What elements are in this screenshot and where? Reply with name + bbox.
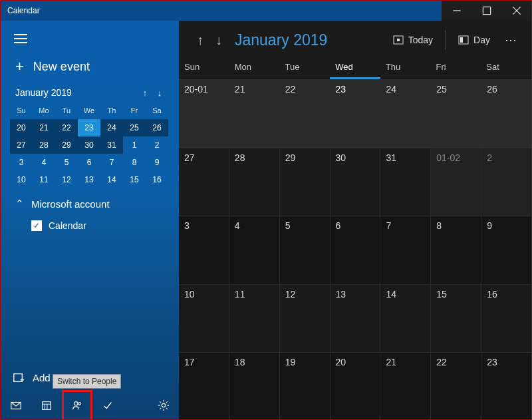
mini-cal-day[interactable]: 25 bbox=[123, 119, 146, 136]
grid-cell[interactable]: 29 bbox=[280, 148, 331, 216]
mini-cal-day[interactable]: 9 bbox=[146, 154, 168, 171]
mini-cal-prev-icon[interactable]: ↑ bbox=[138, 88, 152, 98]
grid-cell[interactable]: 13 bbox=[331, 285, 381, 353]
app-title: Calendar bbox=[1, 6, 442, 15]
grid-cell[interactable]: 15 bbox=[431, 285, 481, 353]
grid-cell[interactable]: 22 bbox=[280, 80, 331, 148]
mini-calendar: Su Mo Tu We Th Fr Sa 20 21 22 23 24 25 2… bbox=[1, 102, 179, 188]
grid-cell[interactable]: 8 bbox=[431, 216, 481, 284]
grid-cell[interactable]: 25 bbox=[431, 80, 481, 148]
grid-cell[interactable]: 21 bbox=[380, 353, 431, 420]
mini-cal-day[interactable]: 8 bbox=[123, 154, 146, 171]
mini-cal-day[interactable]: 22 bbox=[55, 119, 78, 136]
view-day-button[interactable]: Day bbox=[448, 27, 499, 53]
grid-cell[interactable]: 18 bbox=[229, 353, 280, 420]
grid-cell[interactable]: 12 bbox=[280, 285, 331, 353]
mini-cal-next-icon[interactable]: ↓ bbox=[152, 88, 167, 98]
mini-cal-day[interactable]: 24 bbox=[100, 119, 123, 136]
grid-cell[interactable]: 27 bbox=[179, 148, 229, 216]
account-label: Microsoft account bbox=[31, 198, 110, 210]
svg-point-13 bbox=[78, 403, 81, 405]
grid-cell[interactable]: 30 bbox=[331, 148, 381, 216]
calendar-toggle-row[interactable]: ✓ Calendar bbox=[15, 216, 164, 235]
checkbox-checked-icon[interactable]: ✓ bbox=[31, 220, 42, 231]
grid-cell[interactable]: 24 bbox=[380, 80, 431, 148]
mini-cal-day-today[interactable]: 23 bbox=[78, 119, 100, 136]
grid-cell[interactable]: 4 bbox=[229, 216, 280, 284]
grid-cell[interactable]: 17 bbox=[179, 353, 229, 420]
mini-cal-month[interactable]: January 2019 bbox=[15, 87, 138, 98]
grid-cell[interactable]: 31 bbox=[380, 148, 431, 216]
grid-cell-today[interactable]: 23 bbox=[331, 80, 381, 148]
svg-line-21 bbox=[160, 408, 161, 409]
grid-cell[interactable]: 7 bbox=[380, 216, 431, 284]
mini-cal-day[interactable]: 30 bbox=[78, 136, 100, 154]
mini-cal-day[interactable]: 1 bbox=[123, 136, 146, 154]
grid-cell[interactable]: 5 bbox=[280, 216, 331, 284]
minimize-button[interactable] bbox=[442, 1, 471, 21]
svg-rect-26 bbox=[460, 37, 463, 43]
mini-cal-day[interactable]: 31 bbox=[100, 136, 123, 154]
grid-cell[interactable]: 10 bbox=[179, 285, 229, 353]
add-calendar-icon bbox=[13, 371, 25, 383]
grid-cell[interactable]: 26 bbox=[481, 80, 531, 148]
next-arrow-icon[interactable]: ↓ bbox=[209, 33, 228, 48]
mini-cal-day[interactable]: 16 bbox=[146, 171, 168, 188]
close-button[interactable] bbox=[501, 1, 531, 21]
svg-rect-1 bbox=[483, 7, 490, 14]
mini-cal-day[interactable]: 5 bbox=[55, 154, 78, 171]
mini-cal-day[interactable]: 4 bbox=[33, 154, 55, 171]
grid-cell[interactable]: 9 bbox=[481, 216, 531, 284]
grid-cell[interactable]: 20-01 bbox=[179, 80, 229, 148]
svg-line-22 bbox=[166, 401, 168, 403]
day-view-icon bbox=[458, 34, 469, 46]
mini-cal-day[interactable]: 27 bbox=[10, 136, 33, 154]
today-button[interactable]: Today bbox=[383, 27, 442, 53]
account-row[interactable]: ⌃ Microsoft account bbox=[15, 198, 164, 210]
settings-gear-icon[interactable] bbox=[148, 390, 179, 420]
mini-cal-day[interactable]: 10 bbox=[10, 171, 33, 188]
sidebar: + New event January 2019 ↑ ↓ Su Mo Tu We… bbox=[1, 21, 179, 420]
mail-icon[interactable] bbox=[1, 390, 31, 420]
grid-cell[interactable]: 28 bbox=[229, 148, 280, 216]
mini-cal-day[interactable]: 11 bbox=[33, 171, 55, 188]
mini-cal-day[interactable]: 20 bbox=[10, 119, 33, 136]
maximize-button[interactable] bbox=[471, 1, 501, 21]
mini-cal-day[interactable]: 3 bbox=[10, 154, 33, 171]
mini-cal-day[interactable]: 6 bbox=[78, 154, 100, 171]
todo-icon[interactable] bbox=[92, 390, 123, 420]
more-options-icon[interactable]: ⋯ bbox=[499, 33, 523, 47]
mini-cal-day[interactable]: 29 bbox=[55, 136, 78, 154]
sidebar-bottom-icons bbox=[1, 390, 179, 420]
grid-cell[interactable]: 11 bbox=[229, 285, 280, 353]
grid-cell[interactable]: 16 bbox=[481, 285, 531, 353]
calendar-icon[interactable] bbox=[31, 390, 62, 420]
grid-cell[interactable]: 2 bbox=[481, 148, 531, 216]
grid-cell[interactable]: 3 bbox=[179, 216, 229, 284]
grid-cell[interactable]: 21 bbox=[229, 80, 280, 148]
header-month[interactable]: January 2019 bbox=[235, 31, 383, 49]
people-icon[interactable] bbox=[62, 390, 92, 420]
grid-cell[interactable]: 19 bbox=[280, 353, 331, 420]
mini-cal-day[interactable]: 2 bbox=[146, 136, 168, 154]
grid-cell[interactable]: 20 bbox=[331, 353, 381, 420]
mini-cal-day[interactable]: 28 bbox=[33, 136, 55, 154]
grid-cell[interactable]: 14 bbox=[380, 285, 431, 353]
grid-cell[interactable]: 22 bbox=[431, 353, 481, 420]
mini-cal-day[interactable]: 12 bbox=[55, 171, 78, 188]
mini-cal-day[interactable]: 14 bbox=[100, 171, 123, 188]
prev-arrow-icon[interactable]: ↑ bbox=[191, 33, 209, 48]
mini-cal-day[interactable]: 21 bbox=[33, 119, 55, 136]
divider bbox=[445, 30, 446, 50]
new-event-button[interactable]: + New event bbox=[1, 50, 179, 83]
svg-rect-24 bbox=[397, 39, 400, 41]
grid-cell[interactable]: 01-02 bbox=[431, 148, 481, 216]
grid-cell[interactable]: 23 bbox=[481, 353, 531, 420]
mini-day-abbr: Th bbox=[100, 102, 123, 119]
mini-cal-day[interactable]: 26 bbox=[146, 119, 168, 136]
grid-cell[interactable]: 6 bbox=[331, 216, 381, 284]
mini-cal-day[interactable]: 7 bbox=[100, 154, 123, 171]
hamburger-menu-icon[interactable] bbox=[14, 31, 30, 47]
mini-cal-day[interactable]: 13 bbox=[78, 171, 100, 188]
mini-cal-day[interactable]: 15 bbox=[123, 171, 146, 188]
